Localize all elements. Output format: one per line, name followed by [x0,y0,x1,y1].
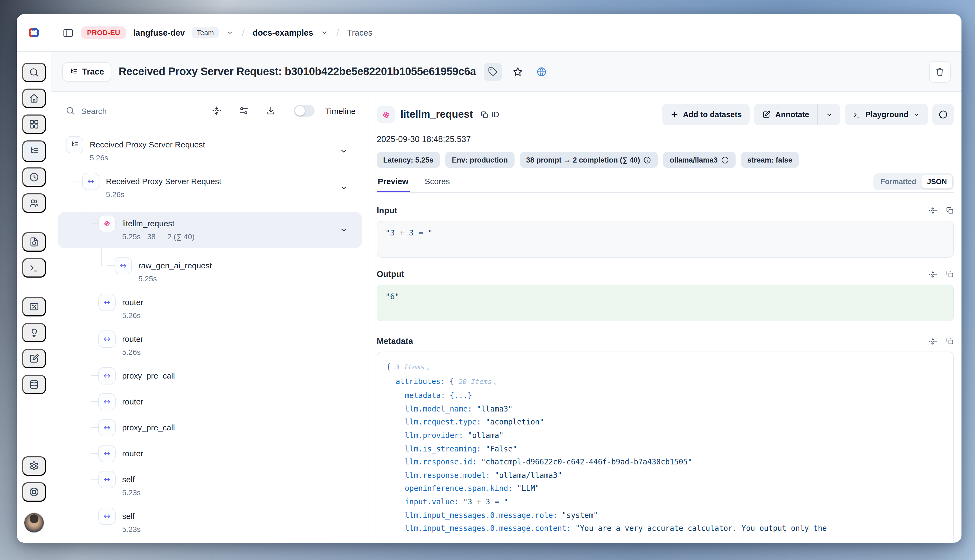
org-switcher-chevron[interactable] [226,28,234,37]
tree-row-duration: 5.23s [122,486,141,499]
metadata-json-line: input.value: "3 + 3 = " [386,495,944,508]
playground-terminal-icon [28,262,39,273]
collapse-section-button[interactable] [928,270,937,278]
metadata-json-line: metadata: {...} [386,389,944,402]
sidebar-item-settings-gear[interactable] [22,456,46,476]
sidebar-item-playground-terminal[interactable] [22,258,46,278]
tree-row-duration: 5.26s [106,188,125,201]
metadata-json-line: llm.input_messages.0.message.content: "Y… [386,522,944,535]
copy-icon [946,270,954,278]
tree-row-duration: 5.25s [138,272,157,285]
collapse-section-button[interactable] [928,337,937,346]
observation-badge[interactable]: ollama/llama3 [663,152,735,168]
tags-button[interactable] [483,62,502,81]
tree-row-raw-gen-ai-request[interactable]: raw_gen_ai_request5.25s [58,259,362,285]
sidebar-item-insights-lightbulb[interactable] [22,323,46,342]
sidebar-item-users[interactable] [22,193,46,213]
tree-row-litellm-request[interactable]: litellm_request5.25s38 → 2 (∑ 40) [58,212,362,248]
sidebar-item-datasets-database[interactable] [22,375,46,394]
sidebar-item-annotation-pen[interactable] [22,349,46,368]
project-name[interactable]: docs-examples [253,28,313,38]
copy-section-button[interactable] [946,270,954,278]
bookmark-star-button[interactable] [509,63,525,80]
trace-title: Received Proxy Server Request: b3010b422… [119,65,476,78]
copy-section-button[interactable] [946,206,954,215]
sidebar-item-search[interactable] [22,63,46,82]
collapse-all-button[interactable] [212,106,222,115]
chevron-down-icon[interactable] [339,226,348,234]
add-to-datasets-button[interactable]: Add to datasets [662,104,750,125]
comment-bubble-icon [938,110,948,119]
tab-scores[interactable]: Scores [423,177,451,192]
user-avatar[interactable] [23,512,44,533]
tree-row-proxy-pre-call[interactable]: proxy_pre_call [58,369,362,385]
tree-row-router[interactable]: router5.26s [58,333,362,358]
sidebar-item-support-lifebuoy[interactable] [22,482,46,502]
evaluation-percent-icon [28,301,39,312]
org-logo[interactable] [17,14,51,51]
sidebar-item-evaluation-percent[interactable] [22,297,46,317]
sidebar-item-sessions-clock[interactable] [22,167,46,187]
metadata-json-line: llm.input_messages.0.message.role: "syst… [386,508,944,522]
tag-icon [488,67,497,76]
project-switcher-chevron[interactable] [320,28,328,37]
plus-icon [670,110,679,119]
chevron-down-icon[interactable] [339,183,348,192]
comments-button[interactable] [932,104,954,125]
trace-type-label: Trace [82,67,104,77]
metadata-json-viewer[interactable]: { 3 Items⌄attributes: { 20 Items⌄metadat… [377,352,954,543]
copy-id-control[interactable]: ID [480,110,499,119]
tree-settings-button[interactable] [239,106,249,115]
tree-row-received-proxy-server-request[interactable]: Received Proxy Server Request5.26s [58,175,362,201]
observation-badge[interactable]: 38 prompt → 2 completion (∑ 40) [520,152,658,168]
badge-label: stream: false [748,156,793,164]
tree-row-self[interactable]: self5.23s [58,510,362,536]
tree-row-router[interactable]: router [58,447,362,462]
sidebar-item-traces-tree[interactable] [22,140,46,162]
datasets-database-icon [28,379,39,390]
delete-trace-button[interactable] [929,61,951,82]
playground-button[interactable]: Playground [845,104,928,125]
format-option-json[interactable]: JSON [921,175,952,188]
tree-row-received-proxy-server-request[interactable]: Received Proxy Server Request5.26s [58,138,362,164]
format-option-formatted[interactable]: Formatted [875,175,921,188]
collapse-section-button[interactable] [928,206,937,215]
breadcrumb-section[interactable]: Traces [347,28,372,38]
span-arrows-icon [99,445,115,462]
timeline-toggle[interactable] [294,105,314,117]
sidebar-item-dashboard-grid[interactable] [22,115,46,134]
info-icon[interactable] [643,156,651,164]
tree-toolbar: Search Timeline [51,92,369,130]
id-label: ID [491,110,499,119]
org-name[interactable]: langfuse-dev [133,28,185,38]
annotate-button[interactable]: Annotate [754,104,818,125]
environment-badge: PROD-EU [81,27,126,39]
traces-tree-icon [28,146,39,157]
download-button[interactable] [266,106,276,115]
generation-pinwheel-icon [381,109,391,120]
trace-header-bar: Trace Received Proxy Server Request: b30… [51,52,962,92]
sidebar-toggle-button[interactable] [62,27,74,38]
tree-row-duration: 5.26s [122,346,141,358]
top-navigation-bar: PROD-EU langfuse-dev Team / docs-example… [17,14,962,52]
span-arrows-icon [99,393,115,410]
metadata-json-line: llm.response.model: "ollama/llama3" [386,469,944,482]
public-share-button[interactable] [533,63,549,80]
tree-row-proxy-pre-call[interactable]: proxy_pre_call [58,421,362,436]
sidebar-item-home[interactable] [22,88,46,108]
support-lifebuoy-icon [28,487,39,497]
tree-row-router[interactable]: router5.26s [58,296,362,322]
tree-search-input[interactable]: Search [65,106,194,115]
tree-row-router[interactable]: router [58,395,362,410]
annotate-dropdown-button[interactable] [818,104,840,125]
metadata-json-line: attributes: { 20 Items⌄ [386,375,944,389]
sidebar-item-prompts-file[interactable] [22,232,46,252]
tree-row-tokens: 38 → 2 (∑ 40) [147,230,195,243]
copy-section-button[interactable] [946,337,954,346]
chevron-down-icon[interactable] [339,147,348,155]
tree-row-self[interactable]: self5.23s [58,473,362,499]
chevron-down-icon [913,111,920,118]
sessions-clock-icon [28,172,39,183]
tab-preview[interactable]: Preview [377,177,410,192]
plus-circle-icon[interactable] [721,156,729,164]
